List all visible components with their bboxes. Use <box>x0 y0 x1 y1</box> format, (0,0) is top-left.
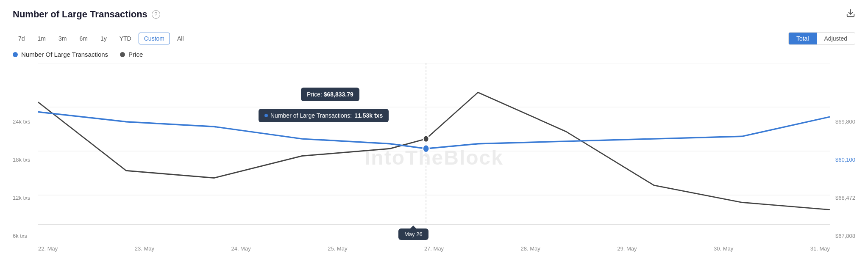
y-label-12k: 12k txs <box>13 195 30 201</box>
legend-transactions: Number Of Large Transactions <box>13 51 108 58</box>
x-label-27may: 27. May <box>424 245 444 252</box>
legend-label-transactions: Number Of Large Transactions <box>21 51 108 58</box>
legend-dot-transactions <box>13 52 18 57</box>
view-total[interactable]: Total <box>789 33 817 44</box>
y-label-price-4: $60,100 <box>835 157 855 163</box>
view-toggle: Total Adjusted <box>788 32 855 45</box>
chart-area: 6k txs 12k txs 18k txs 24k txs $67,808 $… <box>13 63 855 252</box>
x-label-30may: 30. May <box>714 245 733 252</box>
header-left: Number of Large Transactions ? <box>13 9 160 20</box>
filter-1m[interactable]: 1m <box>32 33 51 44</box>
y-label-18k: 18k txs <box>13 157 30 163</box>
x-axis: 22. May 23. May 24. May 25. May 27. May … <box>38 245 830 252</box>
y-label-price-3: $69,800 <box>835 118 855 125</box>
x-label-31may: 31. May <box>810 245 830 252</box>
view-adjusted[interactable]: Adjusted <box>817 33 855 44</box>
x-label-28may: 28. May <box>521 245 540 252</box>
x-label-24may: 24. May <box>231 245 250 252</box>
filter-6m[interactable]: 6m <box>74 33 93 44</box>
time-filters: 7d 1m 3m 6m 1y YTD Custom All <box>13 33 189 44</box>
filter-ytd[interactable]: YTD <box>114 33 137 44</box>
x-label-22may: 22. May <box>38 245 58 252</box>
help-icon[interactable]: ? <box>152 10 160 19</box>
x-label-29may: 29. May <box>617 245 637 252</box>
y-label-24k: 24k txs <box>13 118 30 125</box>
header: Number of Large Transactions ? <box>13 8 855 26</box>
x-label-25may: 25. May <box>328 245 347 252</box>
filter-all[interactable]: All <box>172 33 189 44</box>
controls-row: 7d 1m 3m 6m 1y YTD Custom All Total Adju… <box>13 26 855 49</box>
filter-1y[interactable]: 1y <box>95 33 112 44</box>
x-label-23may: 23. May <box>135 245 154 252</box>
page-container: Number of Large Transactions ? 7d 1m 3m … <box>0 0 868 256</box>
filter-3m[interactable]: 3m <box>53 33 72 44</box>
filter-7d[interactable]: 7d <box>13 33 31 44</box>
legend-row: Number Of Large Transactions Price <box>13 49 855 61</box>
legend-label-price: Price <box>128 51 143 58</box>
hover-dot-txs <box>423 145 429 152</box>
chart-svg <box>38 63 830 239</box>
filter-custom[interactable]: Custom <box>139 33 170 44</box>
legend-dot-price <box>120 52 125 57</box>
download-icon[interactable] <box>846 8 855 20</box>
y-label-price-2: $68,472 <box>835 195 855 201</box>
hover-dot-price <box>423 135 429 142</box>
y-label-6k: 6k txs <box>13 233 27 239</box>
legend-price: Price <box>120 51 143 58</box>
y-label-price-1: $67,808 <box>835 233 855 239</box>
page-title: Number of Large Transactions <box>13 9 147 20</box>
